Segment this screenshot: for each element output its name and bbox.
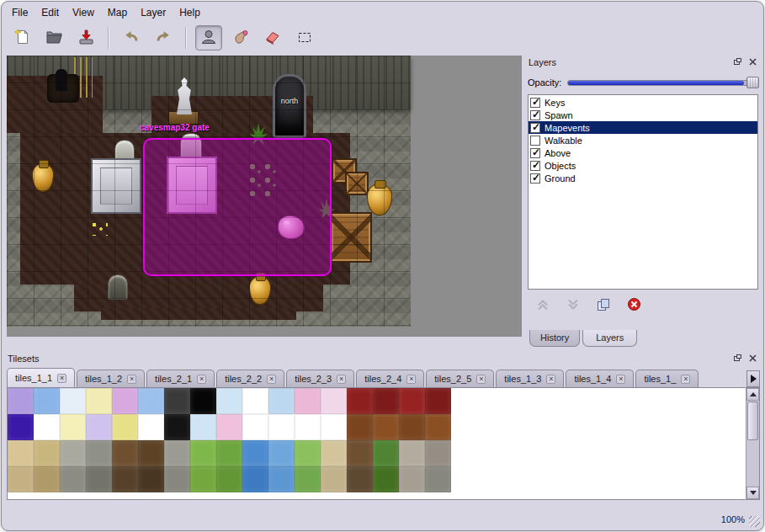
tile[interactable] bbox=[164, 466, 190, 492]
tile[interactable] bbox=[321, 440, 347, 466]
tile[interactable] bbox=[373, 440, 399, 466]
tile[interactable] bbox=[321, 466, 347, 492]
tileset-tab[interactable]: tiles_1_3 bbox=[496, 370, 564, 387]
tile[interactable] bbox=[399, 440, 425, 466]
tile[interactable] bbox=[86, 466, 112, 492]
tab-close-icon[interactable] bbox=[57, 374, 66, 383]
menu-item[interactable]: Help bbox=[173, 4, 207, 21]
tile[interactable] bbox=[164, 388, 190, 414]
tileset-tab[interactable]: tiles_2_2 bbox=[216, 370, 284, 387]
tile[interactable] bbox=[373, 414, 399, 440]
tab-close-icon[interactable] bbox=[406, 375, 416, 384]
tile[interactable] bbox=[8, 414, 34, 440]
menu-item[interactable]: Map bbox=[101, 4, 134, 21]
tile[interactable] bbox=[138, 466, 164, 492]
tile[interactable] bbox=[8, 466, 34, 492]
tile[interactable] bbox=[295, 414, 321, 440]
slider-handle[interactable] bbox=[746, 77, 759, 88]
layer-visibility-checkbox[interactable] bbox=[530, 123, 540, 133]
tile[interactable] bbox=[373, 466, 399, 492]
tab-close-icon[interactable] bbox=[127, 375, 136, 384]
tile[interactable] bbox=[60, 466, 86, 492]
layer-visibility-checkbox[interactable] bbox=[530, 136, 540, 146]
layer-visibility-checkbox[interactable] bbox=[530, 173, 540, 184]
raise-layer-button[interactable] bbox=[534, 298, 551, 313]
tab-close-icon[interactable] bbox=[476, 375, 486, 384]
tile[interactable] bbox=[216, 466, 242, 492]
layer-row[interactable]: Spawn bbox=[529, 109, 757, 121]
tile[interactable] bbox=[268, 466, 295, 492]
event-selection-rect[interactable] bbox=[143, 138, 332, 276]
layer-row[interactable]: Objects bbox=[529, 159, 757, 172]
tile[interactable] bbox=[399, 466, 425, 492]
tab-scroll-right-button[interactable] bbox=[746, 370, 760, 387]
tile[interactable] bbox=[425, 388, 451, 414]
scrollbar-thumb[interactable] bbox=[747, 402, 758, 440]
tile[interactable] bbox=[190, 414, 216, 440]
scrollbar-track[interactable] bbox=[746, 441, 759, 487]
tile[interactable] bbox=[425, 466, 451, 492]
tile[interactable] bbox=[216, 414, 242, 440]
tile[interactable] bbox=[295, 466, 321, 492]
tile[interactable] bbox=[34, 388, 60, 414]
tile[interactable] bbox=[86, 414, 112, 440]
lower-layer-button[interactable] bbox=[565, 298, 582, 313]
tile[interactable] bbox=[34, 414, 60, 440]
menu-item[interactable]: View bbox=[66, 4, 101, 21]
tile[interactable] bbox=[138, 388, 164, 414]
tile[interactable] bbox=[399, 388, 425, 414]
tile[interactable] bbox=[216, 440, 242, 466]
tile[interactable] bbox=[86, 440, 112, 466]
tile[interactable] bbox=[347, 440, 373, 466]
tileset-tab[interactable]: tiles_2_4 bbox=[356, 370, 424, 387]
tile[interactable] bbox=[60, 388, 86, 414]
tile[interactable] bbox=[34, 466, 60, 492]
tile[interactable] bbox=[8, 440, 34, 466]
tile[interactable] bbox=[295, 388, 321, 414]
tile[interactable] bbox=[295, 440, 321, 466]
layer-list[interactable]: Keys Spawn Mapevents Walkable bbox=[528, 94, 758, 290]
map-canvas[interactable]: north cavesmap32 bbox=[7, 56, 522, 337]
tile[interactable] bbox=[268, 388, 295, 414]
save-button[interactable] bbox=[72, 25, 99, 51]
tile[interactable] bbox=[112, 466, 138, 492]
scroll-down-button[interactable] bbox=[746, 487, 759, 499]
scroll-up-button[interactable] bbox=[746, 388, 759, 401]
tile[interactable] bbox=[347, 466, 373, 492]
layer-row[interactable]: Keys bbox=[529, 96, 757, 109]
redo-button[interactable] bbox=[150, 25, 177, 51]
tileset-tab[interactable]: tiles_1_1 bbox=[7, 368, 75, 387]
new-file-button[interactable] bbox=[8, 25, 35, 51]
dock-tab[interactable]: History bbox=[529, 330, 580, 347]
tile[interactable] bbox=[190, 388, 216, 414]
tile[interactable] bbox=[34, 440, 60, 466]
layer-visibility-checkbox[interactable] bbox=[530, 110, 540, 120]
tile[interactable] bbox=[86, 388, 112, 414]
tileset-tab[interactable]: tiles_2_3 bbox=[286, 370, 354, 387]
tile[interactable] bbox=[242, 466, 268, 492]
tile[interactable] bbox=[112, 414, 138, 440]
tileset-tab[interactable]: tiles_2_5 bbox=[426, 370, 494, 387]
tile[interactable] bbox=[347, 414, 373, 440]
tile[interactable] bbox=[321, 414, 347, 440]
undo-button[interactable] bbox=[118, 25, 145, 51]
tile[interactable] bbox=[138, 414, 164, 440]
tile[interactable] bbox=[242, 388, 268, 414]
resize-grip[interactable] bbox=[749, 516, 760, 527]
tile[interactable] bbox=[242, 440, 268, 466]
dock-tab[interactable]: Layers bbox=[582, 330, 637, 347]
tile[interactable] bbox=[242, 414, 268, 440]
tile[interactable] bbox=[190, 466, 216, 492]
tileset-tab[interactable]: tiles_1_4 bbox=[566, 370, 634, 387]
opacity-slider[interactable] bbox=[567, 77, 759, 88]
layer-row[interactable]: Ground bbox=[529, 172, 757, 184]
tile[interactable] bbox=[268, 414, 295, 440]
tile[interactable] bbox=[373, 388, 399, 414]
layer-visibility-checkbox[interactable] bbox=[530, 98, 540, 108]
tile[interactable] bbox=[138, 440, 164, 466]
tab-close-icon[interactable] bbox=[267, 375, 276, 384]
tile[interactable] bbox=[347, 388, 373, 414]
tile[interactable] bbox=[321, 388, 347, 414]
layer-row[interactable]: Mapevents bbox=[529, 121, 757, 134]
tile[interactable] bbox=[8, 388, 34, 414]
